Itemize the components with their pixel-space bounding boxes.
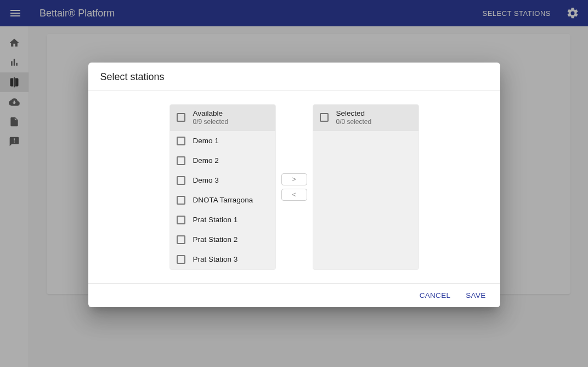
cancel-button[interactable]: Cancel [414,288,456,303]
available-header[interactable]: Available 0/9 selected [170,105,275,131]
checkbox-icon[interactable] [177,137,185,145]
available-item[interactable]: Demo 2 [170,151,275,171]
selected-label: Selected [336,109,372,118]
checkbox-icon[interactable] [177,235,185,244]
checkbox-icon[interactable] [177,216,185,224]
selected-panel: Selected 0/0 selected [313,104,419,270]
checkbox-icon[interactable] [177,176,185,185]
selected-sublabel: 0/0 selected [336,118,372,126]
select-stations-dialog: Select stations Available 0/9 selected D… [88,63,500,307]
dialog-actions: Cancel Save [88,283,500,307]
available-sublabel: 0/9 selected [193,118,229,126]
available-item[interactable]: Demo 3 [170,171,275,190]
item-label: Prat Station 2 [193,235,238,244]
available-label: Available [193,109,229,118]
available-item[interactable]: Prat Station 1 [170,210,275,230]
item-label: Demo 3 [193,176,219,184]
checkbox-icon[interactable] [177,113,185,122]
available-item[interactable]: Demo 1 [170,131,275,151]
move-left-button[interactable]: < [281,189,307,201]
move-right-button[interactable]: > [281,173,307,185]
item-label: Demo 1 [193,137,219,145]
item-label: Demo 2 [193,156,219,165]
dialog-title: Select stations [88,63,500,91]
save-button[interactable]: Save [460,288,491,303]
dialog-body: Available 0/9 selected Demo 1 Demo 2 Dem… [88,91,500,283]
selected-list [313,131,419,269]
checkbox-icon[interactable] [177,255,185,264]
modal-scrim[interactable]: Select stations Available 0/9 selected D… [0,0,588,367]
selected-header[interactable]: Selected 0/0 selected [313,105,419,131]
checkbox-icon[interactable] [177,196,185,205]
available-item[interactable]: Prat Station 3 [170,250,275,269]
checkbox-icon[interactable] [177,156,185,165]
item-label: DNOTA Tarragona [193,196,253,204]
item-label: Prat Station 1 [193,216,238,224]
checkbox-icon[interactable] [320,113,329,122]
item-label: Prat Station 3 [193,255,238,263]
available-item[interactable]: Prat Station 2 [170,230,275,250]
available-item[interactable]: DNOTA Tarragona [170,190,275,210]
transfer-controls: > < [281,104,307,270]
available-panel: Available 0/9 selected Demo 1 Demo 2 Dem… [169,104,276,270]
available-list: Demo 1 Demo 2 Demo 3 DNOTA Tarragona Pra… [170,131,275,269]
